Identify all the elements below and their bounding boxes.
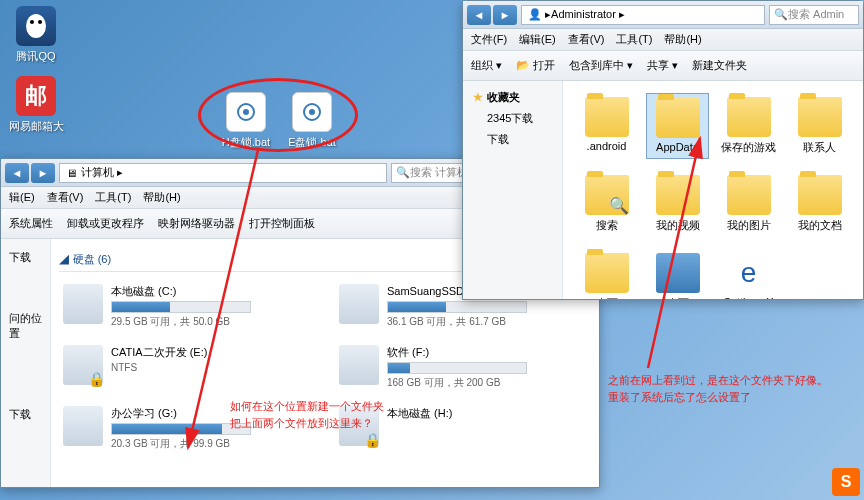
folder-item[interactable]: 联系人 [788,93,851,159]
tb-include[interactable]: 包含到库中 ▾ [569,58,633,73]
folder-label: AppData [656,141,699,153]
folder-icon [798,97,842,137]
menu-help[interactable]: 帮助(H) [664,32,701,47]
desktop-icon-bat1[interactable]: H盘锁.bat [216,92,276,150]
titlebar[interactable]: ◄ ► 👤 ▸ Administrator ▸ 🔍 搜索 Admin [463,1,863,29]
qq-icon [16,6,56,46]
menu-edit[interactable]: 编辑(E) [519,32,556,47]
tb-open[interactable]: 📂 打开 [516,58,555,73]
annotation-text-2: 之前在网上看到过，是在这个文件夹下好像。重装了系统后忘了怎么设置了 [608,372,828,405]
menu-edit[interactable]: 辑(E) [9,190,35,205]
sidebar-item[interactable]: 问的位置 [5,308,46,344]
drive-item[interactable]: 办公学习 (G:) 20.3 GB 可用，共 99.9 GB [59,402,315,455]
drive-icon [339,284,379,324]
sidebar-favorites[interactable]: ★收藏夹 [469,87,556,108]
folder-label: 我的视频 [656,218,700,233]
drive-freespace: 168 GB 可用，共 200 GB [387,376,587,390]
folder-item[interactable]: 🔍搜索 [575,171,638,237]
tb-controlpanel[interactable]: 打开控制面板 [249,216,315,231]
tb-newfolder[interactable]: 新建文件夹 [692,58,747,73]
menu-tools[interactable]: 工具(T) [95,190,131,205]
mail-icon: 邮 [16,76,56,116]
sidebar-item[interactable]: 下载 [5,247,46,268]
folder-label: .android [587,140,627,152]
folder-icon [656,98,700,138]
svg-point-1 [30,20,34,24]
drive-usage-bar [387,301,527,313]
menu-file[interactable]: 文件(F) [471,32,507,47]
sidebar-item[interactable]: 下载 [469,129,556,150]
desktop-icon [656,253,700,293]
window-administrator: ◄ ► 👤 ▸ Administrator ▸ 🔍 搜索 Admin 文件(F)… [462,0,864,300]
tb-organize[interactable]: 组织 ▾ [471,58,502,73]
desktop-icon-label: E盘锁.bat [288,135,336,150]
folder-icon [727,97,771,137]
folder-icon [585,253,629,293]
bat-icon [292,92,332,132]
folder-item[interactable]: 我的文档 [788,171,851,237]
svg-point-0 [26,14,46,38]
tb-share[interactable]: 共享 ▾ [647,58,678,73]
menu-tools[interactable]: 工具(T) [616,32,652,47]
svg-point-4 [243,109,249,115]
drive-usage-bar [111,423,251,435]
desktop-icon-bat2[interactable]: E盘锁.bat [282,92,342,150]
drive-item[interactable]: 本地磁盘 (C:) 29.5 GB 可用，共 50.0 GB [59,280,315,333]
folder-item[interactable]: 我的图片 [717,171,780,237]
folder-item[interactable]: 我的视频 [646,171,709,237]
forward-button[interactable]: ► [31,163,55,183]
folder-item[interactable]: 桌面 [575,249,638,299]
drive-item[interactable]: CATIA二次开发 (E:) NTFS [59,341,315,394]
drive-icon [63,284,103,324]
tb-props[interactable]: 系统属性 [9,216,53,231]
drive-icon [63,345,103,385]
search-folder-icon: 🔍 [585,175,629,215]
folder-icon [727,175,771,215]
main-pane[interactable]: .androidAppData保存的游戏联系人🔍搜索我的视频我的图片我的文档桌面… [563,81,863,299]
folder-label: 桌面 [667,296,689,299]
folder-label: 保存的游戏 [721,140,776,155]
folder-item[interactable]: 桌面 [646,249,709,299]
sidebar: ★收藏夹 2345下载 下载 [463,81,563,299]
menu-view[interactable]: 查看(V) [47,190,84,205]
tb-uninstall[interactable]: 卸载或更改程序 [67,216,144,231]
address-bar[interactable]: 👤 ▸ Administrator ▸ [521,5,765,25]
drive-freespace: NTFS [111,362,311,373]
desktop-icon-label: 网易邮箱大 [9,119,64,134]
folder-item[interactable]: 保存的游戏 [717,93,780,159]
desktop-icon-label: 腾讯QQ [16,49,55,64]
search-input[interactable]: 🔍 搜索 Admin [769,5,859,25]
sidebar-item[interactable]: 下载 [5,404,46,425]
bat-icon [226,92,266,132]
folder-item[interactable]: AppData [646,93,709,159]
menu-view[interactable]: 查看(V) [568,32,605,47]
drive-freespace: 20.3 GB 可用，共 99.9 GB [111,437,311,451]
menubar: 文件(F) 编辑(E) 查看(V) 工具(T) 帮助(H) [463,29,863,51]
folder-label: 联系人 [803,140,836,155]
back-button[interactable]: ◄ [467,5,491,25]
desktop-icon-qq[interactable]: 腾讯QQ [6,6,66,64]
folder-item[interactable]: eSettings.XML [717,249,780,299]
folder-label: Settings.XML [721,296,776,299]
forward-button[interactable]: ► [493,5,517,25]
folder-icon [798,175,842,215]
drive-name: 本地磁盘 (C:) [111,284,311,299]
desktop-icon-mail[interactable]: 邮 网易邮箱大 [6,76,66,134]
folder-label: 我的文档 [798,218,842,233]
menu-help[interactable]: 帮助(H) [143,190,180,205]
drive-item[interactable]: 软件 (F:) 168 GB 可用，共 200 GB [335,341,591,394]
sogou-ime-icon[interactable]: S [832,468,860,496]
toolbar: 组织 ▾ 📂 打开 包含到库中 ▾ 共享 ▾ 新建文件夹 [463,51,863,81]
folder-label: 桌面 [596,296,618,299]
tb-mapdrive[interactable]: 映射网络驱动器 [158,216,235,231]
folder-item[interactable]: .android [575,93,638,159]
desktop-icon-label: H盘锁.bat [222,135,270,150]
sidebar: 下载 问的位置 下载 [1,239,51,487]
drive-name: 办公学习 (G:) [111,406,311,421]
drive-name: CATIA二次开发 (E:) [111,345,311,360]
address-bar[interactable]: 🖥 计算机 ▸ [59,163,387,183]
drive-icon [339,406,379,446]
back-button[interactable]: ◄ [5,163,29,183]
sidebar-item[interactable]: 2345下载 [469,108,556,129]
drive-item[interactable]: 本地磁盘 (H:) [335,402,591,455]
